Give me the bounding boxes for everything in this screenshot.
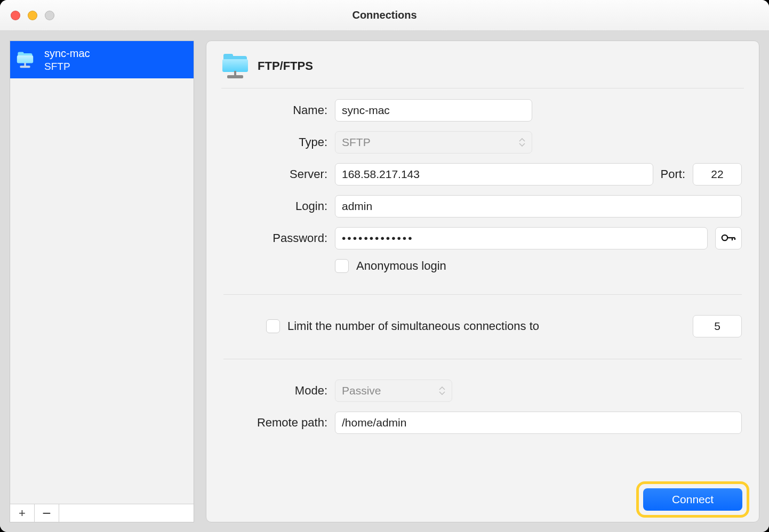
traffic-lights: [11, 0, 54, 30]
connection-form: Name: Type: SFTP: [221, 99, 744, 434]
svg-point-0: [722, 235, 727, 240]
name-field[interactable]: [335, 99, 532, 122]
divider: [223, 359, 742, 359]
port-label: Port:: [661, 167, 685, 181]
type-select-value: SFTP: [342, 136, 371, 149]
panel-header: FTP/FTPS: [221, 53, 744, 86]
mode-select-value: Passive: [342, 384, 381, 397]
login-label: Login:: [223, 199, 327, 213]
mode-label: Mode:: [223, 384, 327, 398]
port-field[interactable]: [693, 163, 742, 186]
password-label: Password:: [223, 231, 327, 245]
connect-button[interactable]: Connect: [643, 488, 742, 511]
remove-connection-button[interactable]: −: [35, 504, 59, 522]
network-folder-icon: [221, 53, 249, 79]
limit-connections-checkbox[interactable]: [266, 319, 280, 333]
list-item-texts: sync-mac SFTP: [44, 47, 90, 73]
login-field[interactable]: [335, 195, 742, 217]
sidebar-footer: + −: [10, 504, 194, 522]
password-field[interactable]: [335, 227, 708, 249]
anonymous-label: Anonymous login: [356, 259, 446, 273]
window-body: sync-mac SFTP + − FTP/FTPS Nam: [0, 31, 769, 532]
remote-path-label: Remote path:: [223, 416, 327, 430]
name-label: Name:: [223, 103, 327, 117]
list-item[interactable]: sync-mac SFTP: [10, 41, 194, 78]
divider: [223, 294, 742, 295]
key-icon: [721, 233, 736, 244]
reveal-password-button[interactable]: [715, 227, 742, 249]
minimize-icon[interactable]: [28, 11, 37, 20]
window-title: Connections: [0, 9, 769, 21]
anonymous-checkbox[interactable]: [335, 259, 349, 273]
add-connection-button[interactable]: +: [10, 504, 35, 522]
maximize-icon: [45, 11, 54, 20]
list-item-name: sync-mac: [44, 47, 90, 60]
connections-list[interactable]: sync-mac SFTP: [10, 41, 194, 504]
divider: [221, 88, 744, 88]
remote-path-field[interactable]: [335, 412, 742, 434]
server-field[interactable]: [335, 163, 653, 186]
connection-panel: FTP/FTPS Name: Type: SFTP: [206, 41, 759, 522]
connections-window: Connections sync-mac SFTP + −: [0, 0, 769, 532]
panel-title: FTP/FTPS: [258, 59, 313, 73]
connections-sidebar: sync-mac SFTP + −: [10, 41, 194, 522]
titlebar: Connections: [0, 0, 769, 31]
mode-select[interactable]: Passive: [335, 380, 452, 402]
network-folder-icon: [17, 51, 34, 68]
close-icon[interactable]: [11, 11, 20, 20]
list-item-protocol: SFTP: [44, 60, 90, 73]
connect-highlight: Connect: [636, 481, 749, 518]
type-select[interactable]: SFTP: [335, 131, 532, 154]
chevron-updown-icon: [438, 385, 446, 397]
limit-number-field[interactable]: [693, 315, 742, 337]
server-label: Server:: [223, 167, 327, 181]
chevron-updown-icon: [518, 136, 526, 148]
type-label: Type:: [223, 135, 327, 149]
limit-label: Limit the number of simultaneous connect…: [287, 319, 539, 333]
